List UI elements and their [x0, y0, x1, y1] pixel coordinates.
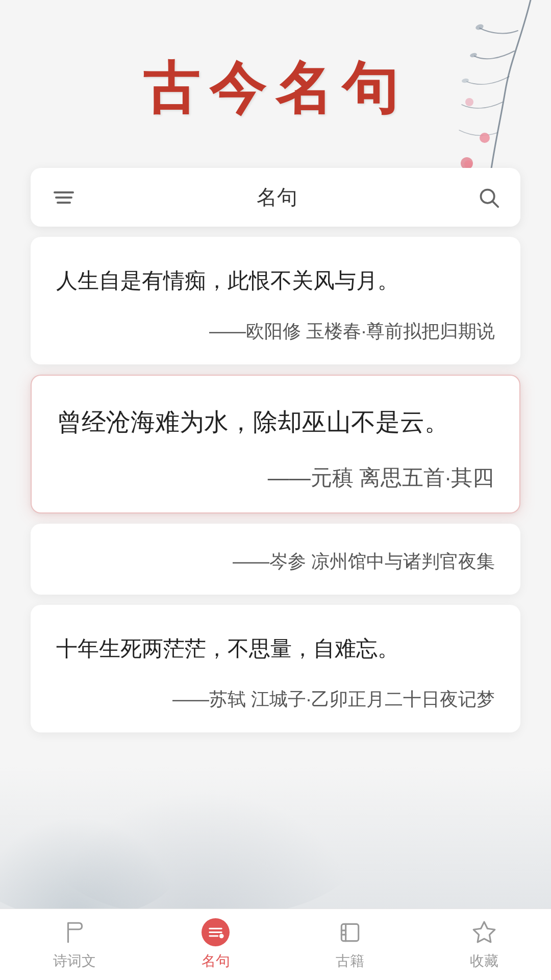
favorites-icon: [470, 918, 498, 946]
svg-line-11: [493, 202, 498, 207]
quote-card-4[interactable]: 十年生死两茫茫，不思量，自难忘。 ——苏轼 江城子·乙卯正月二十日夜记梦: [31, 605, 520, 732]
app-title: 古今名句: [0, 51, 551, 127]
bottom-navigation: 诗词文 名句 古籍: [0, 909, 551, 980]
nav-label-classics: 古籍: [336, 951, 364, 971]
category-bar: 名句: [31, 168, 520, 227]
quote-author-3: ——岑参 凉州馆中与诸判官夜集: [56, 549, 495, 574]
quote-card-1[interactable]: 人生自是有情痴，此恨不关风与月。 ——欧阳修 玉楼春·尊前拟把归期说: [31, 237, 520, 364]
quote-author-4: ——苏轼 江城子·乙卯正月二十日夜记梦: [56, 687, 495, 712]
category-label: 名句: [77, 183, 477, 211]
quotes-icon: [202, 918, 230, 946]
search-icon[interactable]: [477, 186, 500, 209]
svg-marker-20: [473, 922, 495, 942]
nav-label-favorites: 收藏: [470, 951, 498, 971]
nav-item-quotes[interactable]: 名句: [186, 913, 245, 976]
nav-label-poems: 诗词文: [53, 951, 96, 971]
quote-author-2: ——元稹 离思五首·其四: [57, 463, 494, 492]
layers-icon[interactable]: [51, 185, 77, 210]
svg-rect-16: [341, 924, 358, 941]
quote-text-2: 曾经沧海难为水，除却巫山不是云。: [57, 401, 494, 443]
nav-item-poems[interactable]: 诗词文: [38, 913, 111, 976]
nav-item-classics[interactable]: 古籍: [320, 913, 380, 976]
svg-point-15: [219, 934, 224, 938]
quote-author-1: ——欧阳修 玉楼春·尊前拟把归期说: [56, 319, 495, 344]
title-area: 古今名句: [0, 0, 551, 168]
nav-item-favorites[interactable]: 收藏: [455, 913, 514, 976]
content-area: 名句 人生自是有情痴，此恨不关风与月。 ——欧阳修 玉楼春·尊前拟把归期说 曾经…: [0, 168, 551, 824]
poems-icon: [60, 918, 88, 946]
classics-icon: [336, 918, 364, 946]
quote-text-1: 人生自是有情痴，此恨不关风与月。: [56, 262, 495, 299]
nav-label-quotes: 名句: [202, 951, 230, 971]
quote-card-3[interactable]: ——岑参 凉州馆中与诸判官夜集: [31, 524, 520, 595]
quote-card-2[interactable]: 曾经沧海难为水，除却巫山不是云。 ——元稹 离思五首·其四: [31, 375, 520, 513]
quote-text-4: 十年生死两茫茫，不思量，自难忘。: [56, 630, 495, 667]
